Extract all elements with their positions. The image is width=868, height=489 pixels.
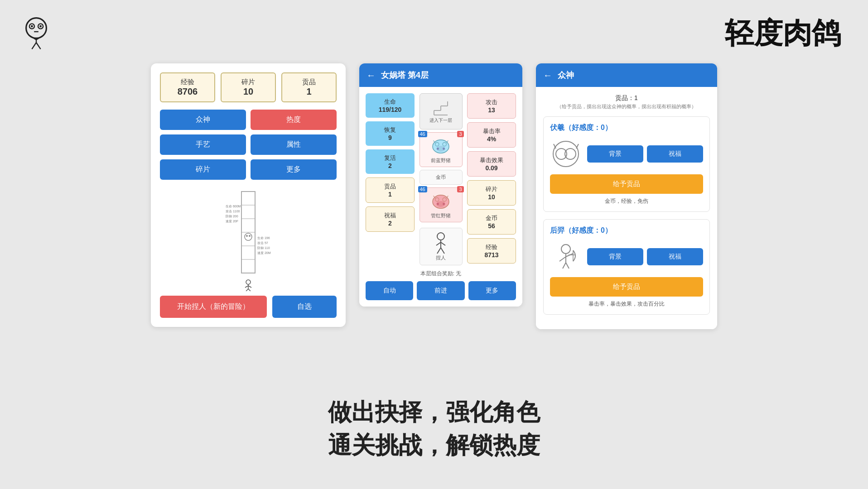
logo-area: [18, 14, 54, 50]
enemy-2-name: 管红野猪: [431, 213, 451, 218]
cell-revive-value: 2: [368, 162, 412, 169]
btn-fragment[interactable]: 碎片: [160, 159, 246, 180]
svg-line-69: [559, 257, 566, 261]
floor-center-col: 进入下一层 46 3: [418, 93, 463, 265]
stat-exp-value: 8706: [163, 86, 212, 97]
cell-tribute-label: 贡品: [368, 182, 412, 191]
btn-custom[interactable]: 自选: [272, 296, 337, 318]
god-houyi-avatar: [550, 241, 582, 273]
cell-attack: 攻击 13: [467, 93, 516, 119]
cell-crit-rate: 暴击率 4%: [467, 122, 516, 148]
stat-fragment-label: 碎片: [224, 78, 273, 86]
cell-frag-label: 碎片: [470, 185, 513, 193]
stat-fragment: 碎片 10: [221, 72, 276, 102]
bottom-text: 做出抉择，强化角色 通关挑战，解锁热度: [328, 396, 540, 462]
btn-advance[interactable]: 前进: [417, 281, 464, 300]
svg-line-61: [441, 248, 444, 254]
svg-text:防御 110: 防御 110: [257, 246, 270, 249]
svg-point-62: [553, 141, 579, 167]
goods-desc: （给予贡品，摸出出现这众神的概率，摸出出现有积福的概率）: [543, 103, 710, 110]
enemy-1-hp: 46: [418, 131, 427, 137]
panels-container: 经验 8706 碎片 10 贡品 1 众神 热度 手艺 属性 碎片 更多: [151, 63, 717, 329]
god-fuxi-avatar: [550, 138, 582, 170]
btn-houyi-background[interactable]: 背景: [587, 248, 643, 265]
coin-label: 金币: [436, 174, 446, 180]
cell-crit-rate-label: 暴击率: [470, 127, 513, 135]
cell-tribute-value: 1: [368, 191, 412, 198]
btn-attr[interactable]: 属性: [251, 134, 337, 155]
btn-fuxi-blessing[interactable]: 祝福: [647, 145, 703, 163]
btn-give-fuxi[interactable]: 给予贡品: [550, 174, 703, 194]
floor-back-arrow[interactable]: ←: [366, 70, 376, 81]
svg-point-4: [39, 25, 42, 28]
cell-revive: 复活 2: [366, 149, 415, 174]
enemy-2-cell[interactable]: 46 3 管红野猪: [420, 187, 463, 222]
cell-blessing-label: 祝福: [368, 211, 412, 220]
btn-gods[interactable]: 众神: [160, 110, 246, 130]
svg-point-44: [435, 143, 439, 146]
svg-point-27: [245, 233, 252, 240]
stat-tribute: 贡品 1: [281, 72, 337, 102]
coin-cell: 金币: [420, 170, 463, 185]
panel-main: 经验 8706 碎片 10 贡品 1 众神 热度 手艺 属性 碎片 更多: [151, 63, 346, 327]
cell-exp: 经验 8713: [467, 238, 516, 264]
app-title: 轻度肉鸽: [725, 14, 841, 53]
btn-more-floor[interactable]: 更多: [468, 281, 516, 300]
svg-line-58: [436, 242, 441, 245]
god-fuxi-reward: 金币，经验，免伤: [550, 197, 703, 205]
svg-line-59: [441, 242, 445, 245]
gods-title: 众神: [558, 70, 574, 81]
svg-line-20: [248, 286, 251, 288]
btn-give-houyi[interactable]: 给予贡品: [550, 277, 703, 297]
cell-recover-label: 恢复: [368, 126, 412, 134]
tower-illustration: 生命 600M 攻击 1100 防御 200 速度 20F 生命 196 攻击 …: [160, 187, 337, 291]
floor-body: 生命 119/120 恢复 9 复活 2 贡品 1: [359, 87, 522, 307]
enemy-1-cell[interactable]: 46 3 前蓝野猪: [420, 132, 463, 167]
god-houyi-title: 后羿（好感度：0）: [550, 226, 703, 235]
svg-point-28: [246, 235, 248, 237]
bottom-btns: 开始捏人（新的冒险） 自选: [160, 296, 337, 318]
svg-line-7: [32, 43, 36, 49]
btn-more[interactable]: 更多: [251, 159, 337, 180]
btn-craft[interactable]: 手艺: [160, 134, 246, 155]
svg-text:速度 20M: 速度 20M: [257, 251, 271, 254]
stat-exp-label: 经验: [163, 78, 212, 86]
floor-header: ← 女娲塔 第4层: [359, 63, 522, 87]
cell-gold-label: 金币: [470, 214, 513, 222]
btn-auto[interactable]: 自动: [366, 281, 413, 300]
btn-start-new[interactable]: 开始捏人（新的冒险）: [160, 296, 267, 318]
cell-recover: 恢复 9: [366, 121, 415, 146]
svg-line-19: [245, 286, 248, 288]
panel-floor: ← 女娲塔 第4层 生命 119/120 恢复 9 复活 2: [359, 63, 522, 307]
god-houyi-row: 背景 祝福: [550, 241, 703, 273]
stair-label: 进入下一层: [429, 117, 452, 124]
gods-body: 贡品：1 （给予贡品，摸出出现这众神的概率，摸出出现有积福的概率） 伏羲（好感度…: [536, 87, 717, 329]
cell-crit-rate-value: 4%: [470, 135, 513, 143]
btn-houyi-blessing[interactable]: 祝福: [647, 248, 703, 265]
enemy-1-name: 前蓝野猪: [431, 158, 451, 163]
floor-left-col: 生命 119/120 恢复 9 复活 2 贡品 1: [366, 93, 415, 265]
goods-info: 贡品：1 （给予贡品，摸出出现这众神的概率，摸出出现有积福的概率）: [543, 94, 710, 110]
svg-text:速度 20F: 速度 20F: [226, 220, 238, 223]
svg-point-42: [437, 148, 439, 150]
gods-back-arrow[interactable]: ←: [543, 70, 552, 81]
cell-recover-value: 9: [368, 134, 412, 141]
svg-line-21: [246, 289, 248, 291]
cell-blessing-value: 2: [368, 220, 412, 227]
cell-life: 生命 119/120: [366, 93, 415, 118]
tower-svg: 生命 600M 攻击 1100 防御 200 速度 20F 生命 196 攻击 …: [219, 187, 278, 291]
svg-line-74: [566, 263, 569, 268]
enemy-2-hp: 46: [418, 186, 427, 192]
cell-life-label: 生命: [368, 98, 412, 106]
god-card-fuxi: 伏羲（好感度：0） 背景 祝福: [543, 116, 710, 212]
cell-life-value: 119/120: [368, 106, 412, 113]
btn-fuxi-background[interactable]: 背景: [587, 145, 643, 163]
god-houyi-btns: 背景 祝福: [587, 248, 703, 265]
btn-heat[interactable]: 热度: [251, 110, 337, 130]
svg-text:生命 600M: 生命 600M: [226, 205, 241, 208]
svg-text:攻击 1100: 攻击 1100: [226, 210, 240, 213]
cell-frag-value: 10: [470, 193, 513, 201]
svg-point-43: [443, 148, 445, 150]
cell-crit-effect-label: 暴击效果: [470, 156, 513, 164]
svg-point-17: [246, 280, 251, 284]
